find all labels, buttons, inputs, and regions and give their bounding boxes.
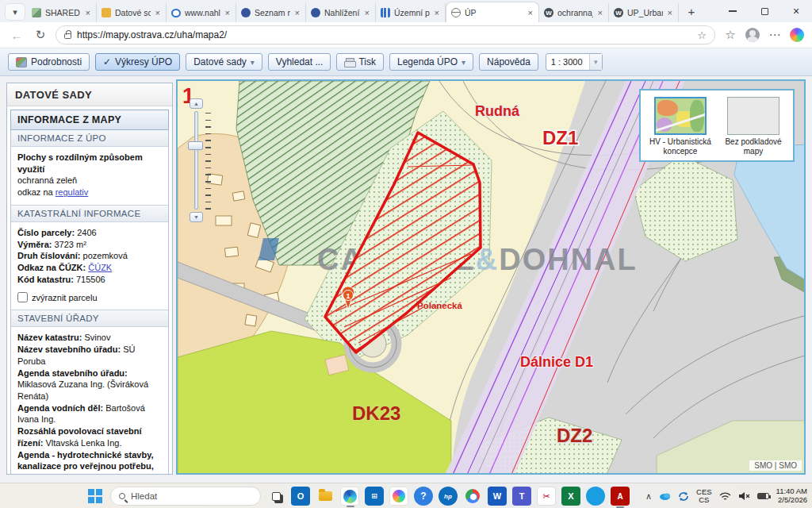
printer-icon [344, 58, 354, 67]
restore-button[interactable] [749, 0, 780, 22]
info-row: Kód katastru: 715506 [17, 274, 162, 286]
url-text[interactable]: https://mapy.ostrava.cz/uha/mapa2/ [77, 29, 691, 40]
vyhledat-button[interactable]: Vyhledat ... [268, 53, 331, 71]
chevron-down-icon[interactable]: ▾ [589, 54, 602, 70]
excel-app-icon[interactable]: X [561, 487, 580, 506]
info-row: Druh číslování: pozemková [17, 250, 162, 262]
profile-avatar[interactable] [745, 28, 760, 42]
chevron-down-icon: ▾ [251, 58, 255, 67]
map-attribution[interactable]: SMO | SMO [749, 460, 802, 471]
regulativ-link[interactable]: regulativ [56, 187, 89, 197]
zoom-out-button[interactable]: ▼ [190, 212, 203, 222]
menu-dots-icon[interactable]: ⋯ [766, 28, 783, 42]
close-icon[interactable]: × [155, 8, 161, 17]
sync-icon[interactable] [678, 491, 689, 502]
dz2-label: DZ2 [557, 425, 592, 446]
map-app-toolbar: Podrobnosti ✓Výkresy ÚPO Datové sady▾ Vy… [0, 48, 812, 76]
basemap-hv-urbanisticka[interactable]: HV - Urbanistická koncepce [649, 97, 712, 156]
sidebar-title: DATOVÉ SADY [7, 83, 172, 106]
close-icon[interactable]: × [224, 8, 231, 17]
close-window-button[interactable]: × [780, 0, 812, 22]
wifi-icon[interactable] [719, 491, 731, 501]
volume-muted-icon[interactable] [738, 491, 750, 501]
copilot-icon[interactable] [790, 28, 804, 42]
new-tab-button[interactable]: + [682, 2, 701, 21]
minimize-icon [729, 10, 737, 12]
dalnice-d1-label: Dálnice D1 [520, 354, 593, 370]
zoom-thumb[interactable] [188, 141, 203, 150]
word-app-icon[interactable]: W [488, 487, 507, 506]
section-header-urady: STAVEBNÍ ÚŘADY [11, 310, 168, 327]
taskbar-search[interactable]: Hledat [110, 487, 261, 506]
zoom-in-button[interactable]: ▲ [190, 98, 203, 109]
scale-select[interactable]: 1 : 3000 ▾ [546, 53, 603, 71]
tab-up-urbanismus[interactable]: WUP_Urbanismu× [609, 3, 679, 22]
tab-seznam-nemovitosti[interactable]: Seznam nemo× [236, 3, 306, 22]
bookmark-star-icon[interactable]: ☆ [697, 29, 707, 41]
tab-nahlizeni[interactable]: www.nahlizen× [167, 3, 236, 22]
microsoft-store-icon[interactable]: ⊞ [365, 487, 384, 506]
file-explorer-icon[interactable] [316, 487, 335, 506]
vykresy-upo-button[interactable]: ✓Výkresy ÚPO [95, 53, 180, 71]
folder-icon [319, 491, 332, 501]
close-icon[interactable]: × [294, 8, 301, 17]
minimize-button[interactable] [717, 0, 749, 22]
napoveda-button[interactable]: Nápověda [479, 53, 538, 71]
basemap-thumbnail[interactable] [727, 97, 779, 135]
checkbox-label: zvýraznit parcelu [32, 292, 98, 304]
close-icon[interactable]: × [667, 8, 673, 17]
language-indicator[interactable]: CESCS [696, 488, 712, 504]
copilot-app-icon[interactable] [389, 487, 408, 506]
close-icon[interactable]: × [85, 8, 91, 17]
highlight-parcel-row: zvýraznit parcelu [17, 292, 162, 304]
tab-nahlizeni-katastr[interactable]: Nahlížení do k× [306, 3, 376, 22]
podrobnosti-button[interactable]: Podrobnosti [8, 53, 90, 71]
refresh-icon[interactable]: ↻ [32, 28, 49, 42]
address-bar[interactable]: https://mapy.ostrava.cz/uha/mapa2/ ☆ [56, 25, 715, 44]
section-body-upo: Plochy s rozdílným způsobem využití ochr… [11, 147, 168, 205]
tab-favicon-icon [381, 8, 390, 17]
check-icon: ✓ [103, 56, 111, 67]
help-app-icon[interactable]: ? [414, 487, 433, 506]
close-icon[interactable]: × [364, 8, 370, 17]
tab-datove-schranky[interactable]: Datové schrán× [97, 3, 167, 22]
tab-shared-list[interactable]: SHARED LIST (× [27, 3, 97, 22]
onedrive-icon[interactable] [659, 491, 671, 501]
snipping-tool-icon[interactable]: ✂ [537, 487, 556, 506]
map-viewport[interactable]: CARROLL&DOHNAL [176, 79, 806, 475]
edge-app-icon[interactable] [340, 487, 359, 506]
browser-navbar: ← ↻ https://mapy.ostrava.cz/uha/mapa2/ ☆… [0, 22, 812, 48]
blue-circle-app-icon[interactable] [586, 487, 605, 506]
legenda-upo-button[interactable]: Legenda ÚPO▾ [389, 53, 473, 71]
zoom-slider[interactable]: ▲ ▼ [187, 98, 211, 222]
dz1-label: DZ1 [542, 127, 578, 148]
tab-uzemni-plan[interactable]: Územní plán (× [376, 3, 446, 22]
tisk-button[interactable]: Tisk [336, 53, 384, 71]
basemap-bez-podkladu[interactable]: Bez podkladové mapy [722, 97, 785, 156]
basemap-thumbnail[interactable] [654, 97, 707, 135]
zoom-track[interactable] [194, 111, 198, 210]
acrobat-app-icon[interactable]: A [611, 487, 630, 506]
chrome-app-icon[interactable] [463, 487, 482, 506]
tab-ochranna-zelen[interactable]: Wochranna_zele× [539, 3, 609, 22]
hp-app-icon[interactable]: hp [439, 487, 458, 506]
collections-icon[interactable]: ☆ [722, 28, 739, 42]
chevron-down-icon: ▾ [13, 7, 17, 17]
back-icon[interactable]: ← [8, 29, 25, 42]
datove-sady-button[interactable]: Datové sady▾ [186, 53, 262, 71]
tab-up-active[interactable]: ÚP× [446, 2, 539, 22]
system-tray: ∧ CESCS 11:40 AM2/5/2026 [645, 483, 807, 508]
teams-app-icon[interactable]: T [512, 487, 531, 506]
start-button[interactable] [86, 487, 105, 506]
close-icon[interactable]: × [527, 8, 534, 17]
outlook-app-icon[interactable]: O [291, 487, 310, 506]
highlight-parcel-checkbox[interactable] [17, 292, 28, 302]
tab-overflow-button[interactable]: ▾ [5, 3, 25, 21]
battery-icon[interactable] [757, 493, 769, 499]
cuzk-link[interactable]: ČÚZK [88, 263, 112, 272]
close-icon[interactable]: × [434, 8, 440, 17]
tray-clock[interactable]: 11:40 AM2/5/2026 [776, 487, 807, 505]
close-icon[interactable]: × [597, 8, 603, 17]
tray-chevron-up-icon[interactable]: ∧ [645, 491, 652, 502]
task-view-button[interactable] [266, 487, 285, 506]
